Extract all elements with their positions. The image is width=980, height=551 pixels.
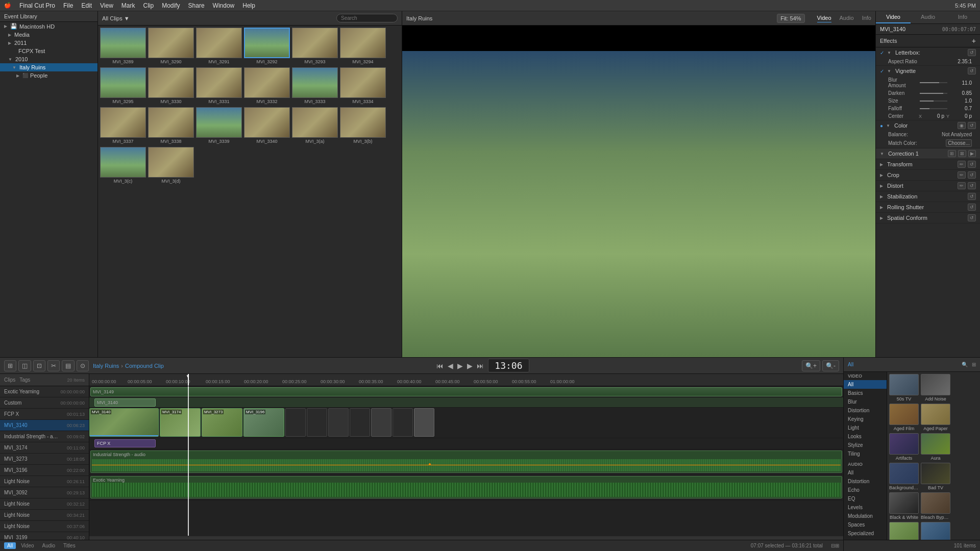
cat-spaces[interactable]: Spaces bbox=[844, 520, 887, 529]
clip-item[interactable]: MVI_3(b) bbox=[340, 107, 386, 145]
reset-button[interactable]: ↺ bbox=[968, 161, 976, 168]
label-row[interactable]: MVI_319900:40:10 bbox=[0, 532, 89, 540]
label-row[interactable]: MVI_317400:11:00 bbox=[0, 442, 89, 454]
clip-item[interactable]: MVI_3339 bbox=[196, 107, 242, 145]
effect-aged-paper[interactable]: Aged Paper bbox=[921, 404, 950, 431]
add-effect-button[interactable]: + bbox=[972, 37, 976, 45]
tab-info[interactable]: Info bbox=[862, 14, 871, 22]
falloff-slider[interactable] bbox=[920, 108, 947, 109]
effect-50stv[interactable]: 50s TV bbox=[889, 374, 919, 402]
clip-item[interactable]: MVI_3334 bbox=[340, 67, 386, 105]
menu-clip[interactable]: Clip bbox=[143, 2, 154, 9]
cat-blur[interactable]: Blur bbox=[844, 397, 887, 406]
effect-add-noise[interactable]: Add Noise bbox=[921, 374, 950, 402]
timeline-btn-5[interactable]: ▤ bbox=[62, 360, 75, 371]
clip-item[interactable]: MVI_3294 bbox=[340, 28, 386, 65]
edit-button[interactable]: ✏ bbox=[958, 171, 966, 179]
search-input[interactable] bbox=[336, 14, 398, 22]
menu-fcp[interactable]: Final Cut Pro bbox=[19, 2, 55, 9]
effect-aged-film[interactable]: Aged Film bbox=[889, 404, 919, 431]
cat-light[interactable]: Light bbox=[844, 423, 887, 432]
param-value[interactable]: 2.35:1 bbox=[951, 59, 972, 64]
label-row[interactable]: MVI_319600:22:00 bbox=[0, 465, 89, 476]
reset-button[interactable]: ↺ bbox=[968, 182, 976, 189]
industrial-clip[interactable]: Industrial Strength - audio bbox=[90, 450, 842, 473]
clip-item[interactable]: MVI_3(d) bbox=[148, 147, 194, 185]
effect-aura[interactable]: Aura bbox=[921, 433, 950, 461]
param-value[interactable]: 0.7 bbox=[951, 106, 972, 111]
cat-echo[interactable]: Echo bbox=[844, 486, 887, 494]
eb-all-tab[interactable]: All bbox=[848, 362, 853, 367]
cat-distortion2[interactable]: Distortion bbox=[844, 477, 887, 486]
menu-share[interactable]: Share bbox=[188, 2, 205, 9]
param-value[interactable]: 1.0 bbox=[951, 98, 972, 104]
clip-item[interactable]: MVI_3330 bbox=[148, 67, 194, 105]
zoom-control[interactable]: ⊟⊞ bbox=[831, 543, 839, 548]
blur-slider[interactable] bbox=[920, 82, 947, 83]
clip-item[interactable]: MVI_3332 bbox=[244, 67, 290, 105]
clip-mv3[interactable] bbox=[328, 408, 349, 437]
size-slider[interactable] bbox=[920, 101, 947, 102]
clip-mv5[interactable] bbox=[371, 408, 391, 437]
param-value[interactable]: 11.0 bbox=[951, 80, 972, 86]
cat-eq[interactable]: EQ bbox=[844, 494, 887, 503]
clip-mv6[interactable] bbox=[393, 408, 413, 437]
tab-audio[interactable]: Audio bbox=[39, 542, 59, 549]
cat-levels[interactable]: Levels bbox=[844, 503, 887, 512]
darken-slider[interactable] bbox=[920, 93, 947, 94]
label-row[interactable]: Custom00:00:00:00 bbox=[0, 397, 89, 409]
timeline-btn-3[interactable]: ⊡ bbox=[33, 360, 45, 371]
effect-artifacts[interactable]: Artifacts bbox=[889, 433, 919, 461]
cat-audio-all[interactable]: All bbox=[844, 468, 887, 477]
label-row[interactable]: Light Noise00:34:21 bbox=[0, 510, 89, 521]
tab-audio[interactable]: Audio bbox=[840, 14, 854, 22]
clip-item[interactable]: MVI_3289 bbox=[100, 28, 146, 65]
clip-item[interactable]: MVI_3292 bbox=[244, 28, 290, 65]
effect-bg-squares[interactable]: Background Squares bbox=[889, 463, 919, 490]
tab-titles[interactable]: Titles bbox=[60, 542, 79, 549]
timeline-scrollbar[interactable] bbox=[89, 536, 843, 540]
tree-item-italy-ruins[interactable]: ▼ Italy Ruins bbox=[0, 63, 97, 71]
param-value[interactable]: 0.85 bbox=[951, 90, 972, 96]
eb-search-icon[interactable]: 🔍 bbox=[962, 362, 968, 367]
clip-mv[interactable] bbox=[285, 408, 306, 437]
tags-tab[interactable]: Tags bbox=[19, 377, 30, 383]
cat-keying[interactable]: Keying bbox=[844, 415, 887, 423]
effect-bleach[interactable]: Bleach Bypass bbox=[921, 492, 950, 520]
tl-go-start[interactable]: ⏮ bbox=[436, 362, 444, 370]
vignette-row[interactable]: ✓ ▼ Vignette ↺ bbox=[876, 66, 980, 76]
tab-video[interactable]: Video bbox=[817, 14, 831, 22]
clip-small[interactable]: MVI_3140 bbox=[94, 398, 156, 407]
effect-bloom[interactable]: Bloom bbox=[889, 522, 919, 540]
tl-prev[interactable]: ◀ bbox=[448, 362, 453, 370]
tree-item-fcpx-test[interactable]: ▶ FCPX Test bbox=[0, 47, 97, 55]
menu-view[interactable]: View bbox=[100, 2, 113, 9]
color-wheel-button[interactable]: ◉ bbox=[958, 122, 966, 129]
tab-inspector-video[interactable]: Video bbox=[876, 11, 911, 23]
menu-file[interactable]: File bbox=[63, 2, 73, 9]
compound-clip-block[interactable]: MVI_3149 bbox=[90, 387, 842, 396]
tree-item-2010[interactable]: ▼ 2010 bbox=[0, 55, 97, 63]
label-row[interactable]: Light Noise00:26:11 bbox=[0, 476, 89, 487]
cat-specialized[interactable]: Specialized bbox=[844, 529, 887, 538]
clip-mvi3174[interactable]: MVI_3174 bbox=[160, 408, 201, 437]
clip-item[interactable]: MVI_3333 bbox=[292, 67, 338, 105]
tl-go-end[interactable]: ⏭ bbox=[477, 362, 484, 370]
edit-button[interactable]: ✏ bbox=[958, 161, 966, 168]
clip-item[interactable]: MVI_3340 bbox=[244, 107, 290, 145]
tl-zoom-out[interactable]: 🔍- bbox=[822, 360, 839, 371]
tl-next[interactable]: ▶ bbox=[467, 362, 473, 370]
label-row[interactable]: Industrial Strength - audio00:09:02 bbox=[0, 431, 89, 442]
tab-inspector-audio[interactable]: Audio bbox=[911, 11, 945, 23]
tab-all[interactable]: All bbox=[4, 542, 16, 549]
effect-black-white[interactable]: Black & White bbox=[889, 492, 919, 520]
clip-mv4[interactable] bbox=[350, 408, 370, 437]
browser-label[interactable]: All Clips ▼ bbox=[102, 15, 334, 21]
timeline-btn-4[interactable]: ✂ bbox=[47, 360, 60, 371]
clip-item[interactable]: MVI_3295 bbox=[100, 67, 146, 105]
menu-modify[interactable]: Modify bbox=[162, 2, 180, 9]
reset-button[interactable]: ↺ bbox=[968, 193, 976, 200]
clip-item[interactable]: MVI_3338 bbox=[148, 107, 194, 145]
clip-mvi3196[interactable]: MVI_3196 bbox=[243, 408, 284, 437]
tree-item-2011[interactable]: ▶ 2011 bbox=[0, 39, 97, 47]
